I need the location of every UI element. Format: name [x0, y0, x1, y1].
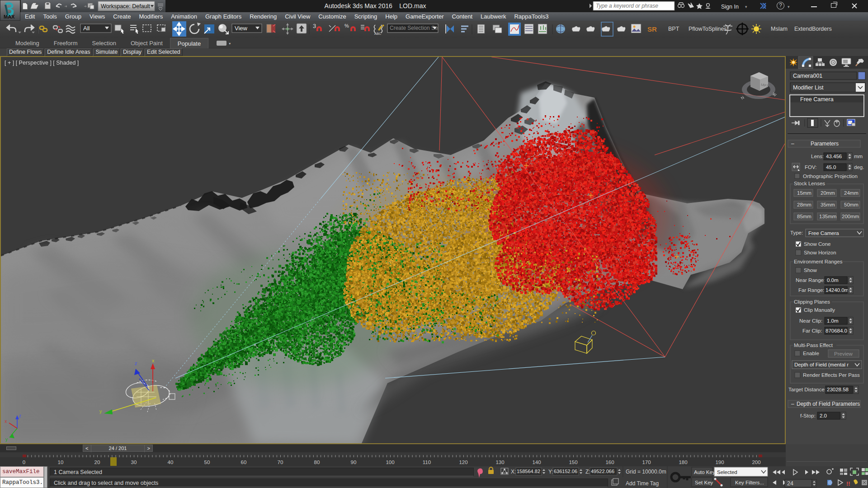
svg-text:Render Effects Per Pass: Render Effects Per Pass	[803, 372, 860, 378]
svg-text:!!: !!	[846, 480, 850, 487]
svg-text:y: y	[99, 408, 102, 414]
svg-text:870684.0: 870684.0	[826, 328, 847, 333]
svg-text:x: x	[152, 358, 155, 363]
svg-text:ExtendBorders: ExtendBorders	[794, 26, 832, 32]
svg-text:Far Range:: Far Range:	[798, 287, 825, 293]
svg-text:Free Camera: Free Camera	[800, 96, 834, 103]
svg-text:f-Stop:: f-Stop:	[800, 413, 816, 418]
svg-text:Z:: Z:	[585, 469, 590, 475]
svg-text:Preview: Preview	[834, 351, 853, 357]
svg-text:Modifier List: Modifier List	[793, 84, 824, 91]
svg-text:MAX: MAX	[4, 14, 15, 19]
svg-text:Selected: Selected	[717, 469, 737, 475]
svg-text:Show Horizon: Show Horizon	[804, 250, 836, 255]
svg-text:mm: mm	[854, 154, 863, 159]
svg-text:N: N	[740, 95, 745, 101]
svg-text:24: 24	[787, 480, 793, 487]
svg-text:Add Time Tag: Add Time Tag	[626, 480, 659, 487]
svg-text:170: 170	[642, 460, 651, 465]
svg-text:14240.0m: 14240.0m	[826, 287, 849, 293]
svg-text:–: –	[791, 141, 794, 147]
svg-text:80: 80	[314, 460, 320, 465]
svg-text:30: 30	[131, 460, 137, 465]
svg-text:200: 200	[752, 460, 760, 465]
svg-text:Environment Ranges: Environment Ranges	[794, 259, 843, 264]
svg-text:Clip Manually: Clip Manually	[804, 307, 835, 313]
svg-text:85mm: 85mm	[797, 214, 811, 219]
svg-text:49522.066: 49522.066	[591, 469, 614, 474]
svg-text:Workspace: Default: Workspace: Default	[101, 3, 150, 9]
svg-text:PflowToSplines: PflowToSplines	[689, 26, 727, 32]
svg-text:23028.58: 23028.58	[827, 387, 849, 392]
svg-text:130: 130	[495, 460, 504, 465]
svg-text:Depth of Field Parameters: Depth of Field Parameters	[797, 401, 860, 407]
svg-text:135mm: 135mm	[819, 214, 836, 219]
svg-text:Show: Show	[804, 267, 817, 273]
svg-text:190: 190	[715, 460, 724, 465]
svg-text:3: 3	[313, 23, 316, 29]
svg-text:1.0m: 1.0m	[827, 318, 839, 324]
svg-text:50: 50	[204, 460, 210, 465]
svg-text:deg.: deg.	[854, 164, 864, 170]
svg-text:120: 120	[459, 460, 467, 465]
svg-text:Parameters: Parameters	[811, 141, 839, 147]
svg-text:150: 150	[569, 460, 577, 465]
svg-text:Near Clip:: Near Clip:	[799, 318, 822, 324]
svg-text:Set Key: Set Key	[695, 480, 713, 485]
svg-text:%: %	[344, 23, 349, 28]
svg-text:Free Camera: Free Camera	[808, 230, 839, 236]
svg-text:Multi-Pass Effect: Multi-Pass Effect	[794, 343, 833, 348]
svg-text:View: View	[235, 25, 248, 32]
svg-text:Target Distance:: Target Distance:	[788, 387, 826, 392]
svg-text:Auto Key: Auto Key	[694, 469, 715, 475]
svg-text:60: 60	[241, 460, 247, 465]
svg-text:–: –	[791, 401, 794, 407]
svg-text:0.0m: 0.0m	[827, 277, 839, 283]
svg-text:2.0: 2.0	[820, 413, 827, 418]
svg-text:28mm: 28mm	[797, 202, 811, 207]
svg-text:24mm: 24mm	[844, 190, 859, 196]
svg-text:160: 160	[605, 460, 614, 465]
svg-text:Y:: Y:	[548, 469, 553, 475]
svg-text:Type a keyword or phrase: Type a keyword or phrase	[596, 3, 658, 9]
svg-text:90: 90	[351, 460, 357, 465]
svg-text:Orthographic Projection: Orthographic Projection	[803, 174, 858, 179]
svg-text:Far Clip:: Far Clip:	[802, 328, 822, 333]
svg-text:15mm: 15mm	[797, 190, 811, 196]
svg-text:45.0: 45.0	[826, 164, 836, 170]
svg-text:Show Cone: Show Cone	[804, 241, 830, 247]
svg-text:10: 10	[58, 460, 64, 465]
svg-text:All: All	[83, 25, 90, 32]
svg-text:FOV:: FOV:	[805, 164, 816, 170]
svg-text:Create Selection Se: Create Selection Se	[390, 25, 438, 31]
svg-text:158564.82: 158564.82	[517, 469, 540, 474]
svg-text:40: 40	[168, 460, 174, 465]
svg-text:Depth of Field (mental r: Depth of Field (mental r	[794, 362, 849, 367]
svg-text:Stock Lenses: Stock Lenses	[794, 181, 825, 186]
svg-text:110: 110	[423, 460, 431, 465]
svg-text:43.456: 43.456	[826, 154, 842, 159]
svg-text:z: z	[135, 361, 137, 366]
svg-text:Key Filters...: Key Filters...	[735, 480, 764, 485]
svg-text:Enable: Enable	[803, 351, 819, 356]
svg-text:50mm: 50mm	[844, 202, 859, 207]
svg-text:BPT: BPT	[668, 26, 679, 32]
svg-text:z: z	[19, 413, 21, 418]
svg-text:Mslam: Mslam	[771, 26, 788, 32]
svg-text:Near Range:: Near Range:	[796, 277, 825, 283]
svg-text:20mm: 20mm	[821, 190, 835, 196]
svg-text:200mm: 200mm	[842, 214, 859, 219]
svg-text:70: 70	[278, 460, 283, 465]
svg-text:Camera001: Camera001	[793, 73, 822, 79]
svg-text:0: 0	[23, 460, 25, 465]
svg-text:SR: SR	[647, 25, 657, 33]
svg-text:35mm: 35mm	[821, 202, 835, 207]
svg-text:636152.06: 636152.06	[554, 469, 577, 474]
svg-text:X:: X:	[511, 469, 516, 475]
svg-text:Type:: Type:	[790, 230, 803, 235]
svg-text:y: y	[5, 437, 8, 442]
svg-text:x: x	[5, 419, 7, 424]
svg-text:100: 100	[386, 460, 394, 465]
svg-text:20: 20	[94, 460, 100, 465]
svg-text:Grid = 10000.0m: Grid = 10000.0m	[626, 469, 666, 475]
